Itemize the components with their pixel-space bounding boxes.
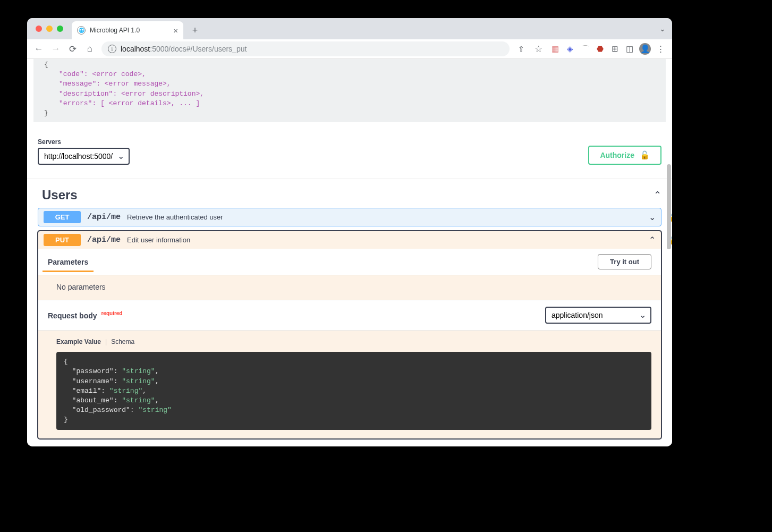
error-schema-line: "message": <error message>,: [59, 80, 171, 88]
back-button[interactable]: ←: [31, 41, 46, 56]
url-host: localhost: [121, 45, 150, 53]
url-path: :5000/docs#/Users/users_put: [150, 45, 247, 53]
tab-schema[interactable]: Schema: [111, 338, 134, 345]
operation-controls: ⌄: [649, 212, 656, 222]
operation-body: Parameters Try it out No parameters Requ…: [38, 249, 661, 430]
parameters-title: Parameters: [48, 258, 88, 266]
window-close-button[interactable]: [36, 26, 42, 32]
browser-window: 🌐 Microblog API 1.0 × + ⌄ ← → ⟳ ⌂ i loca…: [27, 18, 672, 446]
operation-header[interactable]: GET /api/me Retrieve the authenticated u…: [38, 208, 661, 226]
tab-separator: |: [105, 338, 107, 345]
scrollbar-thumb[interactable]: [667, 164, 671, 249]
error-schema-block: { "code": <error code>, "message": <erro…: [33, 59, 666, 122]
server-select-value: http://localhost:5000/: [44, 152, 113, 161]
parameters-bar: Parameters Try it out: [38, 249, 661, 275]
extensions-icon[interactable]: ⊞: [609, 44, 620, 54]
server-select[interactable]: http://localhost:5000/: [38, 148, 130, 165]
request-body-title: Request body: [48, 311, 97, 320]
share-icon[interactable]: ⇪: [514, 41, 529, 56]
try-it-out-button[interactable]: Try it out: [598, 254, 651, 269]
method-badge: PUT: [44, 234, 81, 246]
close-icon[interactable]: ×: [173, 26, 178, 35]
reload-button[interactable]: ⟳: [65, 41, 80, 56]
servers-label: Servers: [38, 138, 130, 146]
url-text: localhost:5000/docs#/Users/users_put: [121, 45, 247, 53]
content-type-value: application/json: [552, 311, 603, 319]
operation-header[interactable]: PUT /api/me Edit user information ⌃: [38, 231, 661, 249]
operation-path: /api/me: [87, 213, 121, 222]
error-schema-line: "errors": [ <error details>, ... ]: [59, 99, 200, 107]
tab-title: Microblog API 1.0: [90, 27, 169, 34]
error-schema-line: "description": <error description>,: [59, 90, 204, 98]
chevron-up-icon: ⌃: [649, 235, 656, 245]
authorize-button[interactable]: Authorize 🔓: [588, 146, 661, 165]
home-button[interactable]: ⌂: [82, 41, 97, 56]
required-label: required: [101, 310, 122, 316]
content-type-select[interactable]: application/json: [545, 307, 651, 324]
tab-example-value[interactable]: Example Value: [56, 338, 101, 345]
extension-icon[interactable]: ⬣: [595, 44, 605, 54]
request-body-bar: Request body required application/json: [38, 300, 661, 331]
operation-controls: ⌃: [649, 235, 656, 245]
error-schema-line: "code": <error code>,: [59, 70, 146, 78]
unlock-icon: 🔓: [640, 150, 650, 160]
operation-path: /api/me: [87, 235, 121, 244]
authorize-label: Authorize: [600, 151, 634, 159]
page-content: { "code": <error code>, "message": <erro…: [27, 59, 672, 446]
operation-summary: Edit user information: [127, 236, 190, 244]
profile-avatar[interactable]: 👤: [639, 43, 651, 55]
tag-title: Users: [42, 188, 78, 202]
new-tab-button[interactable]: +: [188, 23, 202, 38]
servers-block: Servers http://localhost:5000/: [38, 138, 130, 165]
schema-tabs: Example Value | Schema: [38, 331, 661, 349]
window-controls: [33, 18, 69, 39]
example-code-block: { "password": "string", "username": "str…: [56, 352, 651, 430]
chevron-down-icon: ⌄: [649, 212, 656, 222]
bookmark-icon[interactable]: ☆: [531, 41, 546, 56]
extension-icon[interactable]: ⌒: [580, 44, 590, 54]
servers-row: Servers http://localhost:5000/ Authorize…: [27, 122, 672, 173]
window-minimize-button[interactable]: [46, 26, 53, 32]
operation-put: PUT /api/me Edit user information ⌃ 🔓 Pa…: [38, 231, 661, 439]
forward-button[interactable]: →: [48, 41, 63, 56]
url-field[interactable]: i localhost:5000/docs#/Users/users_put: [101, 41, 510, 56]
extension-icons: ▦ ◈ ⌒ ⬣ ⊞ ◫ 👤 ⋮: [548, 43, 668, 55]
method-badge: GET: [44, 211, 81, 223]
menu-icon[interactable]: ⋮: [655, 44, 666, 54]
chevron-up-icon: ⌃: [654, 189, 661, 201]
operation-summary: Retrieve the authenticated user: [127, 213, 223, 221]
operation-get: GET /api/me Retrieve the authenticated u…: [38, 208, 661, 226]
globe-icon: 🌐: [77, 26, 86, 35]
tabs-chevron-icon[interactable]: ⌄: [659, 24, 666, 33]
tab-bar: 🌐 Microblog API 1.0 × + ⌄: [27, 18, 672, 39]
address-bar: ← → ⟳ ⌂ i localhost:5000/docs#/Users/use…: [27, 39, 672, 59]
site-info-icon[interactable]: i: [108, 45, 116, 53]
extension-icon[interactable]: ◈: [565, 44, 575, 54]
window-maximize-button[interactable]: [57, 26, 63, 32]
extension-icon[interactable]: ▦: [550, 44, 561, 54]
browser-tab[interactable]: 🌐 Microblog API 1.0 ×: [72, 21, 183, 39]
no-parameters-text: No parameters: [38, 275, 661, 300]
tag-header[interactable]: Users ⌃: [27, 179, 672, 208]
request-body-title-wrap: Request body required: [48, 310, 122, 320]
sidepanel-icon[interactable]: ◫: [624, 44, 635, 54]
